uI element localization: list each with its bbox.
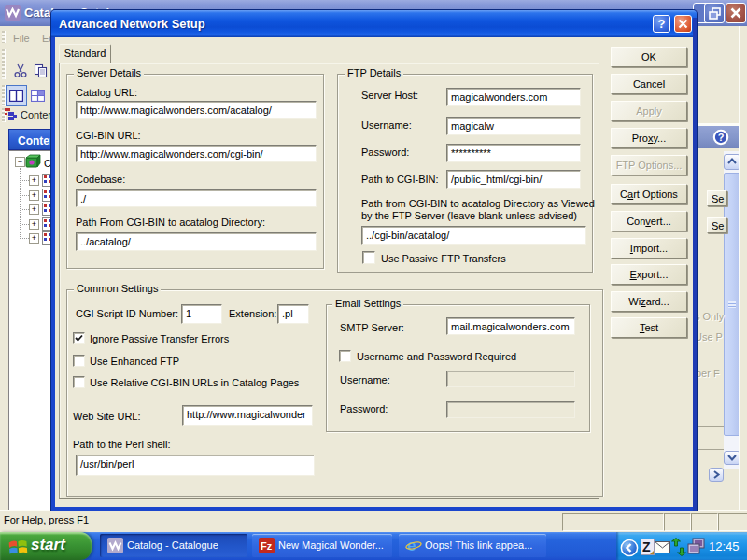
- svg-text:Fz: Fz: [261, 540, 273, 552]
- svg-text:?: ?: [718, 132, 725, 143]
